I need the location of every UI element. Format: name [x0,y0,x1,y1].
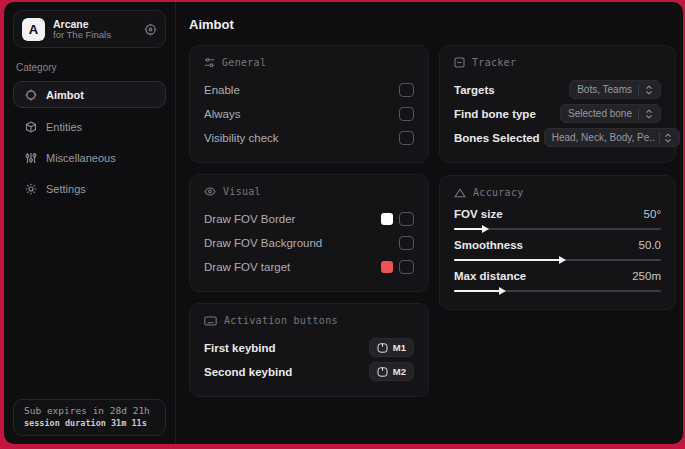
divider [638,84,639,95]
always-checkbox[interactable] [399,107,414,121]
divider [638,108,639,119]
fov-size-value: 50° [644,208,661,220]
max-distance-slider[interactable] [454,290,661,292]
general-sliders-icon [204,57,215,68]
unfold-icon [645,109,653,119]
sidebar-item-label: Miscellaneous [46,152,116,164]
setting-row-fov-size: FOV size 50° [454,208,661,230]
slider-fill [454,259,560,261]
sidebar-item-label: Aimbot [46,89,84,101]
setting-label: Find bone type [454,108,536,120]
sidebar-item-label: Entities [46,121,82,133]
setting-label: Enable [204,84,240,96]
setting-row-visibility-check: Visibility check [204,126,414,149]
panel-title: Visual [223,186,261,197]
setting-label: Draw FOV Background [204,237,322,249]
setting-row-targets: Targets Bots, Teams [454,78,661,101]
setting-label: First keybind [204,342,276,354]
setting-row-find-bone-type: Find bone type Selected bone [454,102,661,125]
sidebar-item-label: Settings [46,183,86,195]
sidebar: A Arcane for The Finals Category Aimbot [4,2,176,444]
mouse-icon [377,343,388,353]
crosshair-icon [24,89,37,101]
panel-title: Activation buttons [224,315,338,326]
visibility-check-checkbox[interactable] [399,131,414,145]
session-duration: session duration 31m 11s [24,418,155,428]
panel-activation-buttons: Activation buttons First keybind M1 [189,303,429,397]
app-window: A Arcane for The Finals Category Aimbot [4,2,683,444]
eye-icon [204,186,216,197]
setting-label: Second keybind [204,366,292,378]
setting-label: Always [204,108,240,120]
setting-label: FOV size [454,208,503,220]
cube-icon [24,121,37,133]
subscription-expiry: Sub expires in 28d 21h [24,405,155,416]
enable-checkbox[interactable] [399,83,414,97]
first-keybind-button[interactable]: M1 [369,338,414,357]
draw-fov-target-checkbox[interactable] [399,260,414,274]
sidebar-item-miscellaneous[interactable]: Miscellaneous [14,142,166,169]
slider-fill [454,228,483,230]
unfold-icon [645,85,653,95]
setting-row-second-keybind: Second keybind M2 [204,360,414,383]
panel-general: General Enable Always Visibility check [189,45,429,163]
keybind-value: M2 [393,366,406,377]
panel-visual: Visual Draw FOV Border Draw FOV Backgrou… [189,174,429,292]
slider-thumb[interactable] [499,287,506,295]
setting-row-draw-fov-border: Draw FOV Border [204,207,414,230]
setting-label: Smoothness [454,239,523,251]
app-logo: A [22,18,45,41]
sync-icon[interactable] [144,23,157,36]
page-title: Aimbot [189,17,676,32]
setting-row-first-keybind: First keybind M1 [204,336,414,359]
setting-label: Draw FOV Border [204,213,295,225]
panel-title: General [222,57,266,68]
sidebar-item-entities[interactable]: Entities [14,111,166,138]
panel-tracker: Tracker Targets Bots, Teams [439,45,676,163]
scan-frame-icon [454,57,465,68]
setting-row-draw-fov-background: Draw FOV Background [204,231,414,254]
mouse-icon [377,367,388,377]
bones-selected-dropdown[interactable]: Head, Neck, Body, Pe.. [544,128,680,147]
app-subtitle: for The Finals [53,30,136,41]
setting-row-max-distance: Max distance 250m [454,270,661,292]
main-content: Aimbot General Enable [176,2,683,444]
smoothness-value: 50.0 [639,239,661,251]
keybind-value: M1 [393,342,406,353]
slider-thumb[interactable] [559,256,566,264]
sidebar-item-aimbot[interactable]: Aimbot [13,81,166,108]
dropdown-value: Bots, Teams [577,84,632,95]
setting-label: Max distance [454,270,526,282]
draw-fov-border-checkbox[interactable] [399,212,414,226]
sidebar-item-settings[interactable]: Settings [14,173,166,200]
fov-target-color-swatch[interactable] [381,261,393,273]
unfold-icon [664,133,672,143]
draw-fov-background-checkbox[interactable] [399,236,414,250]
fov-size-slider[interactable] [454,228,661,230]
panel-title: Tracker [472,57,516,68]
app-name: Arcane [53,18,136,30]
fov-border-color-swatch[interactable] [381,213,393,225]
panel-title: Accuracy [473,187,524,198]
divider [659,132,660,143]
setting-row-draw-fov-target: Draw FOV target [204,255,414,278]
sliders-icon [24,152,37,164]
setting-label: Visibility check [204,132,279,144]
max-distance-value: 250m [632,270,661,282]
find-bone-type-dropdown[interactable]: Selected bone [560,104,661,123]
targets-dropdown[interactable]: Bots, Teams [569,80,661,99]
subscription-card: Sub expires in 28d 21h session duration … [13,399,166,436]
app-header-card: A Arcane for The Finals [13,10,166,48]
smoothness-slider[interactable] [454,259,661,261]
panel-accuracy: Accuracy FOV size 50° [439,175,676,310]
second-keybind-button[interactable]: M2 [369,362,414,381]
setting-row-smoothness: Smoothness 50.0 [454,239,661,261]
triangle-icon [454,188,466,198]
setting-row-enable: Enable [204,78,414,101]
keyboard-icon [204,316,217,326]
dropdown-value: Selected bone [568,108,632,119]
slider-thumb[interactable] [482,225,489,233]
setting-label: Targets [454,84,495,96]
slider-fill [454,290,500,292]
setting-label: Draw FOV target [204,261,290,273]
